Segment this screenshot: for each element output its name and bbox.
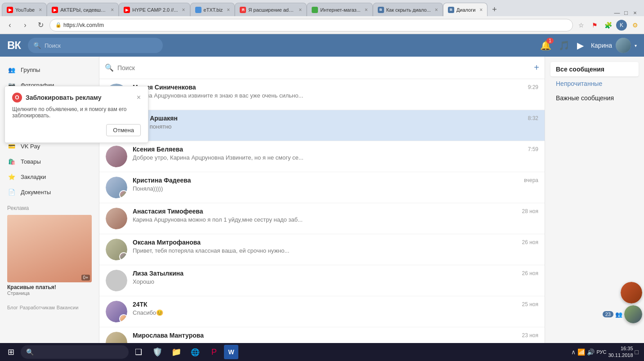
tab-hide-close[interactable]: × bbox=[435, 7, 438, 13]
sidebar-item-goods[interactable]: 🛍️ Товары bbox=[0, 154, 99, 169]
tab-actors[interactable]: ▶ АКТЕРЫ, сидевши... × bbox=[47, 3, 119, 16]
new-tab-button[interactable]: + bbox=[487, 3, 501, 16]
tab-internet[interactable]: Интернет-магаз... × bbox=[307, 3, 372, 16]
right-sidebar-important[interactable]: Важные сообщения bbox=[550, 91, 639, 105]
messages-area: 🔍 + Мария Синиченкова bbox=[99, 57, 545, 343]
tab-youtube[interactable]: ▶ YouTube × bbox=[2, 3, 47, 16]
taskbar-file-explorer[interactable]: 📁 bbox=[167, 344, 185, 360]
message-item[interactable]: Кристина Фадеева вчера Поняла))))) bbox=[99, 172, 545, 203]
user-icon[interactable]: K bbox=[616, 20, 627, 31]
refresh-button[interactable]: ↻ bbox=[34, 19, 47, 31]
bookmark-icon[interactable]: ☆ bbox=[576, 20, 586, 31]
tab-hype[interactable]: ▶ HYPE CAMP 2.0 //... × bbox=[119, 3, 190, 16]
tab-dialogi-close[interactable]: × bbox=[479, 7, 483, 13]
address-bar[interactable]: 🔒 https://vk.com/im bbox=[49, 19, 573, 31]
user-name: Карина bbox=[591, 42, 612, 49]
maximize-button[interactable]: □ bbox=[622, 9, 630, 16]
sidebar-ad-image[interactable]: 0+ bbox=[7, 215, 92, 282]
message-item[interactable]: Мария Синиченкова 9:29 Карина Арцруновна… bbox=[99, 79, 545, 110]
ad-block-cancel-button[interactable]: Отмена bbox=[106, 124, 141, 136]
tab-hide[interactable]: B Как скрыть диало... × bbox=[373, 3, 443, 16]
message-item[interactable]: Лара Аршакян 8:32 Аааа, понятно bbox=[99, 110, 545, 141]
vk-search-box[interactable]: 🔍 bbox=[28, 38, 163, 53]
settings-icon[interactable]: ⚙ bbox=[630, 20, 640, 31]
message-item[interactable]: Анастасия Тимофеева 28 ноя Карина Арцрун… bbox=[99, 203, 545, 234]
sidebar-item-docs[interactable]: 📄 Документы bbox=[0, 184, 99, 200]
forward-button[interactable]: › bbox=[19, 19, 31, 31]
messages-add-button[interactable]: + bbox=[534, 62, 539, 73]
message-item[interactable]: Ксения Беляева 7:59 Доброе утро, Карина … bbox=[99, 141, 545, 172]
message-item[interactable]: Оксана Митрофанова 26 ноя Привет, тебя п… bbox=[99, 234, 545, 265]
message-time: 9:29 bbox=[528, 84, 538, 90]
message-sender-name: Оксана Митрофанова bbox=[133, 239, 201, 246]
avatar bbox=[106, 239, 127, 260]
minimize-button[interactable]: — bbox=[613, 9, 621, 16]
message-item[interactable]: Лиза Затылкина 26 ноя Хорошо bbox=[99, 265, 545, 296]
vkpay-icon: 💳 bbox=[7, 142, 16, 151]
docs-icon: 📄 bbox=[7, 187, 16, 196]
taskbar-chrome[interactable]: 🌐 bbox=[186, 344, 204, 360]
sidebar-vkpay-label: VK Pay bbox=[21, 143, 40, 150]
message-time: 7:59 bbox=[528, 146, 538, 152]
taskbar-clock: 16:35 30.11.2018 bbox=[608, 345, 633, 359]
ad-block-close-button[interactable]: × bbox=[137, 94, 141, 102]
vk-search-input[interactable] bbox=[45, 42, 157, 49]
message-time: 8:32 bbox=[528, 115, 538, 121]
taskbar-volume-icon[interactable]: 🔊 bbox=[587, 348, 595, 356]
vk-search-icon: 🔍 bbox=[33, 42, 41, 49]
tab-internet-close[interactable]: × bbox=[365, 7, 368, 13]
taskbar-up-arrow[interactable]: ∧ bbox=[571, 348, 576, 356]
sidebar-link-dev[interactable]: Разработчикам bbox=[20, 305, 55, 310]
tab-youtube-title: YouTube bbox=[15, 7, 35, 13]
taskbar-powerpoint[interactable]: P bbox=[205, 344, 223, 360]
sidebar-item-bookmarks[interactable]: ⭐ Закладки bbox=[0, 169, 99, 184]
avatar bbox=[106, 208, 127, 229]
tab-youtube-close[interactable]: × bbox=[39, 7, 42, 13]
tab-actors-close[interactable]: × bbox=[111, 7, 114, 13]
taskbar-network-icon[interactable]: 📶 bbox=[577, 348, 585, 356]
sidebar-goods-label: Товары bbox=[21, 158, 41, 165]
flag-icon[interactable]: ⚑ bbox=[589, 20, 600, 31]
taskbar-word[interactable]: W bbox=[224, 345, 238, 359]
tab-etxt-title: eTXT.biz bbox=[204, 7, 223, 13]
messages-search-input[interactable] bbox=[117, 64, 530, 71]
sidebar-ad-label: Реклама bbox=[7, 205, 92, 211]
tab-etxt[interactable]: eTXT.biz × bbox=[190, 3, 235, 16]
tab-hype-close[interactable]: × bbox=[182, 7, 185, 13]
back-button[interactable]: ‹ bbox=[4, 19, 16, 31]
extension-icon[interactable]: 🧩 bbox=[603, 20, 613, 31]
sidebar-link-jobs[interactable]: Вакансии bbox=[57, 305, 79, 310]
tab-dialogi-title: Диалоги bbox=[456, 7, 476, 13]
taskbar-notification-center[interactable]: □ bbox=[635, 348, 639, 356]
floating-chat-2[interactable]: 23 👥 bbox=[603, 305, 642, 323]
message-item[interactable]: Мирослава Мантурова 23 ноя bbox=[99, 327, 545, 343]
taskbar-language[interactable]: РУС bbox=[596, 349, 606, 355]
user-menu[interactable]: Карина ▾ bbox=[591, 38, 637, 53]
message-sender-name: Анастасия Тимофеева bbox=[133, 208, 203, 215]
message-time: вчера bbox=[524, 177, 538, 183]
tab-hype-title: HYPE CAMP 2.0 //... bbox=[132, 7, 178, 13]
ad-blocker-popup: O Заблокировать рекламу × Щелкните по об… bbox=[4, 86, 148, 143]
message-item[interactable]: 24ТК 25 ноя Спасибо😊 bbox=[99, 296, 545, 327]
notifications-button[interactable]: 🔔 1 bbox=[540, 40, 551, 51]
sidebar-item-groups[interactable]: 👥 Группы bbox=[0, 62, 99, 77]
avatar bbox=[106, 146, 127, 167]
tab-yandex-close[interactable]: × bbox=[299, 7, 302, 13]
taskbar-search[interactable]: 🔍 bbox=[21, 345, 129, 359]
taskbar-malwarebytes[interactable]: 🛡️ bbox=[148, 344, 166, 360]
music-button[interactable]: 🎵 bbox=[559, 40, 570, 51]
right-sidebar-all-messages[interactable]: Все сообщения bbox=[550, 62, 639, 76]
address-text: https://vk.com/im bbox=[63, 22, 104, 28]
message-content: Мирослава Мантурова 23 ноя bbox=[133, 332, 538, 340]
right-sidebar-unread[interactable]: Непрочитанные bbox=[550, 76, 639, 91]
taskbar-task-view[interactable]: ❑ bbox=[130, 344, 148, 360]
start-button[interactable]: ⊞ bbox=[2, 344, 20, 360]
tab-dialogi[interactable]: B Диалоги × bbox=[443, 3, 488, 16]
sidebar-link-blog[interactable]: Блог bbox=[7, 305, 18, 310]
floating-chat-1[interactable] bbox=[621, 282, 642, 303]
close-button[interactable]: × bbox=[631, 9, 639, 16]
tab-yandex[interactable]: Я Я расширение adbl... × bbox=[235, 3, 307, 16]
play-button[interactable]: ▶ bbox=[577, 40, 584, 51]
tab-etxt-close[interactable]: × bbox=[227, 7, 230, 13]
message-preview: Хорошо bbox=[133, 278, 313, 285]
